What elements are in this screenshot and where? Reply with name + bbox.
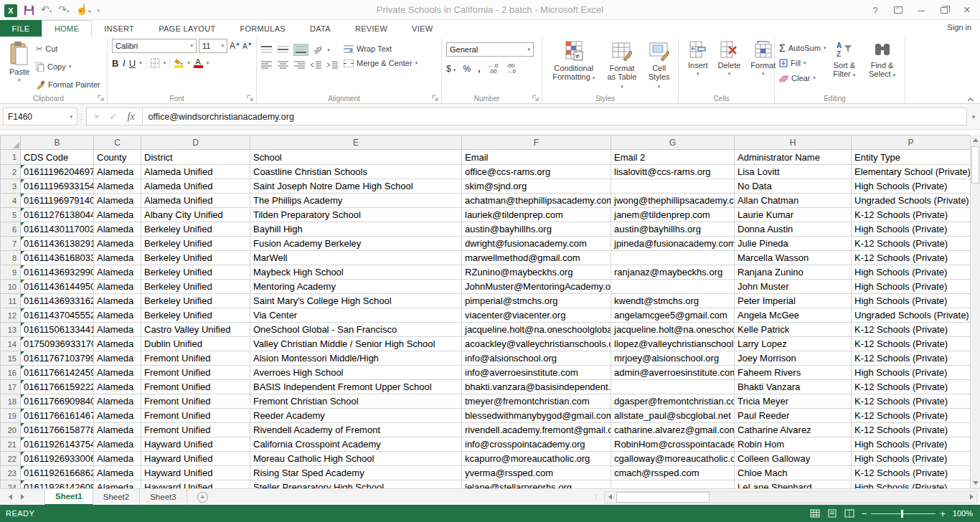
cell-H9[interactable]: Ranjana Zunino — [735, 265, 852, 280]
row-header-11[interactable]: 11 — [1, 294, 21, 308]
sheet-nav-next-icon[interactable] — [21, 494, 24, 500]
cell-H17[interactable]: Bhakti Vanzara — [735, 380, 852, 394]
cell-E13[interactable]: OneSchool Global - San Francisco — [250, 323, 462, 337]
cell-E23[interactable]: Rising Star Sped Academy — [250, 466, 462, 480]
row-header-17[interactable]: 17 — [1, 380, 21, 394]
cell-B14[interactable]: 01750936933170 — [21, 337, 94, 351]
select-all-corner[interactable] — [1, 136, 21, 150]
close-icon[interactable]: × — [957, 2, 977, 18]
underline-icon[interactable]: U — [129, 58, 136, 69]
minimize-icon[interactable]: ─ — [911, 2, 931, 18]
cell-C20[interactable]: Alameda — [94, 423, 141, 437]
col-header-G[interactable]: G — [611, 136, 735, 150]
clear-button[interactable]: Clear▾ — [779, 72, 826, 85]
cell-E1[interactable]: School — [250, 150, 462, 165]
cell-P4[interactable]: Ungraded Schools (Private) — [852, 194, 971, 208]
cell-F5[interactable]: lauriek@tildenprep.com — [462, 208, 611, 222]
cell-P18[interactable]: K-12 Schools (Private) — [852, 394, 971, 409]
insert-button[interactable]: Insert▾ — [683, 39, 713, 93]
cell-G12[interactable]: angelamcgee5@gmail.com — [611, 308, 735, 323]
scroll-up-icon[interactable] — [971, 135, 980, 146]
fill-color-dropdown[interactable]: ▾ — [187, 60, 190, 66]
cell-H5[interactable]: Laurie Kumar — [735, 208, 852, 222]
cell-H11[interactable]: Peter Imperial — [735, 294, 852, 308]
cell-E24[interactable]: Steller Preparatory High School — [250, 480, 462, 489]
cell-C24[interactable]: Alameda — [94, 480, 141, 489]
cell-H3[interactable]: No Data — [735, 179, 852, 194]
row-header-5[interactable]: 5 — [1, 208, 21, 222]
cell-F22[interactable]: kcapurro@moreaucatholic.org — [462, 452, 611, 466]
cell-B22[interactable]: 01611926933006 — [21, 452, 94, 466]
cell-D14[interactable]: Dublin Unified — [141, 337, 250, 351]
cell-E3[interactable]: Saint Joseph Notre Dame High School — [250, 179, 462, 194]
cell-E10[interactable]: Mentoring Academy — [250, 280, 462, 294]
cell-F21[interactable]: info@crosspointacademy.org — [462, 437, 611, 452]
fill-color-icon[interactable] — [174, 58, 184, 68]
accounting-format-icon[interactable]: $ ▾ — [446, 64, 456, 74]
cell-P1[interactable]: Entity Type — [852, 150, 971, 165]
row-header-1[interactable]: 1 — [1, 150, 21, 165]
col-header-D[interactable]: D — [141, 136, 250, 150]
name-box-dropdown-icon[interactable]: ▾ — [70, 114, 72, 120]
col-header-B[interactable]: B — [21, 136, 94, 150]
row-header-21[interactable]: 21 — [1, 437, 21, 452]
bold-icon[interactable]: B — [112, 58, 118, 69]
cell-B9[interactable]: 01611436932990 — [21, 265, 94, 280]
cell-E8[interactable]: MarWell — [250, 251, 462, 265]
horizontal-scrollbar[interactable] — [604, 491, 977, 503]
cell-C19[interactable]: Alameda — [94, 409, 141, 423]
horizontal-scrollbar-thumb[interactable] — [616, 492, 710, 503]
cell-D3[interactable]: Alameda Unified — [141, 179, 250, 194]
cell-B19[interactable]: 01611766161467 — [21, 409, 94, 423]
cell-P9[interactable]: High Schools (Private) — [852, 265, 971, 280]
row-header-3[interactable]: 3 — [1, 179, 21, 194]
cell-D16[interactable]: Fremont Unified — [141, 366, 250, 380]
zoom-slider-thumb[interactable] — [901, 510, 903, 518]
normal-view-icon[interactable] — [810, 509, 820, 518]
increase-indent-icon[interactable] — [327, 61, 338, 69]
cell-G15[interactable]: mrjoey@alsionschool.org — [611, 351, 735, 366]
zoom-in-icon[interactable]: + — [940, 508, 946, 519]
cell-H12[interactable]: Angela McGee — [735, 308, 852, 323]
align-top-icon[interactable] — [261, 46, 272, 54]
cell-P21[interactable]: High Schools (Private) — [852, 437, 971, 452]
alignment-dialog-launcher-icon[interactable] — [432, 95, 439, 102]
cell-E11[interactable]: Saint Mary's College High School — [250, 294, 462, 308]
cell-B24[interactable]: 01611926142609 — [21, 480, 94, 489]
collapse-ribbon-icon[interactable] — [967, 98, 974, 102]
cell-C22[interactable]: Alameda — [94, 452, 141, 466]
cell-G1[interactable]: Email 2 — [611, 150, 735, 165]
enter-icon[interactable]: ✓ — [110, 111, 118, 122]
cell-G11[interactable]: kwendt@stmchs.org — [611, 294, 735, 308]
tab-file[interactable]: FILE — [0, 20, 42, 37]
cell-D12[interactable]: Berkeley Unified — [141, 308, 250, 323]
cell-P10[interactable]: High Schools (Private) — [852, 280, 971, 294]
paste-button[interactable]: Paste▾ — [4, 39, 34, 93]
cell-P2[interactable]: Elementary School (Private) — [852, 165, 971, 179]
cell-B10[interactable]: 01611436144950 — [21, 280, 94, 294]
row-header-15[interactable]: 15 — [1, 351, 21, 366]
formula-bar-expand-icon[interactable]: ▾ — [967, 113, 980, 120]
increase-decimal-icon[interactable]: ←.0.00 — [488, 63, 499, 75]
restore-icon[interactable] — [934, 2, 954, 18]
cut-button[interactable]: ✂Cut — [36, 42, 100, 56]
cell-C6[interactable]: Alameda — [94, 222, 141, 237]
cell-P12[interactable]: Ungraded Schools (Private) — [852, 308, 971, 323]
cell-P8[interactable]: K-12 Schools (Private) — [852, 251, 971, 265]
cell-G8[interactable] — [611, 251, 735, 265]
cell-D5[interactable]: Albany City Unified — [141, 208, 250, 222]
row-header-19[interactable]: 19 — [1, 409, 21, 423]
cell-P20[interactable]: K-12 Schools (Private) — [852, 423, 971, 437]
page-break-preview-icon[interactable] — [844, 509, 854, 518]
scroll-down-icon[interactable] — [971, 478, 980, 488]
cell-B13[interactable]: 01611506133441 — [21, 323, 94, 337]
cell-E4[interactable]: The Phillips Academy — [250, 194, 462, 208]
align-right-icon[interactable] — [294, 61, 305, 69]
cell-B20[interactable]: 01611766158778 — [21, 423, 94, 437]
cell-D8[interactable]: Berkeley Unified — [141, 251, 250, 265]
cell-E6[interactable]: Bayhill High — [250, 222, 462, 237]
cell-G23[interactable]: cmach@rssped.com — [611, 466, 735, 480]
cell-E19[interactable]: Reeder Academy — [250, 409, 462, 423]
font-color-dropdown[interactable]: ▾ — [207, 60, 209, 66]
cell-P13[interactable]: K-12 Schools (Private) — [852, 323, 971, 337]
